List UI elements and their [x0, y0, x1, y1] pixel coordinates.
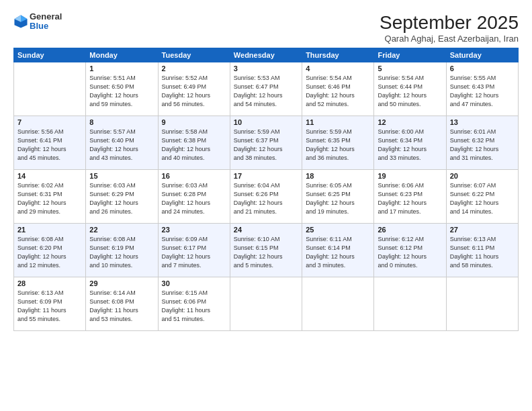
- table-row: 21Sunrise: 6:08 AM Sunset: 6:20 PM Dayli…: [14, 224, 86, 277]
- day-number: 14: [17, 172, 82, 180]
- cell-info: Sunrise: 6:09 AM Sunset: 6:17 PM Dayligh…: [162, 235, 226, 270]
- table-row: 28Sunrise: 6:13 AM Sunset: 6:09 PM Dayli…: [14, 277, 86, 331]
- table-row: 4Sunrise: 5:54 AM Sunset: 6:46 PM Daylig…: [302, 62, 374, 116]
- calendar-week-row: 28Sunrise: 6:13 AM Sunset: 6:09 PM Dayli…: [14, 277, 519, 331]
- day-number: 30: [162, 279, 226, 287]
- table-row: [446, 277, 518, 331]
- day-number: 22: [89, 226, 154, 234]
- table-row: 3Sunrise: 5:53 AM Sunset: 6:47 PM Daylig…: [230, 62, 302, 116]
- table-row: 2Sunrise: 5:52 AM Sunset: 6:49 PM Daylig…: [158, 62, 230, 116]
- table-row: [14, 62, 86, 116]
- logo-icon: [13, 14, 28, 29]
- header: General Blue September 2025 Qarah Aghaj,…: [13, 12, 519, 44]
- cell-info: Sunrise: 6:03 AM Sunset: 6:28 PM Dayligh…: [162, 181, 226, 216]
- day-number: 2: [162, 64, 226, 73]
- day-number: 19: [378, 172, 442, 180]
- col-wednesday: Wednesday: [230, 48, 302, 62]
- cell-info: Sunrise: 5:58 AM Sunset: 6:38 PM Dayligh…: [162, 128, 226, 163]
- cell-info: Sunrise: 6:12 AM Sunset: 6:12 PM Dayligh…: [378, 235, 442, 270]
- day-number: 18: [306, 172, 370, 180]
- cell-info: Sunrise: 6:08 AM Sunset: 6:19 PM Dayligh…: [89, 235, 154, 270]
- logo-text: General Blue: [30, 12, 62, 32]
- table-row: 11Sunrise: 5:59 AM Sunset: 6:35 PM Dayli…: [302, 116, 374, 170]
- table-row: 9Sunrise: 5:58 AM Sunset: 6:38 PM Daylig…: [158, 116, 230, 170]
- day-number: 8: [89, 118, 154, 126]
- cell-info: Sunrise: 6:08 AM Sunset: 6:20 PM Dayligh…: [17, 235, 82, 270]
- day-number: 26: [378, 226, 442, 234]
- day-number: 17: [234, 172, 298, 180]
- day-number: 16: [162, 172, 226, 180]
- table-row: 29Sunrise: 6:14 AM Sunset: 6:08 PM Dayli…: [86, 277, 158, 331]
- calendar-table: Sunday Monday Tuesday Wednesday Thursday…: [13, 48, 519, 331]
- cell-info: Sunrise: 6:06 AM Sunset: 6:23 PM Dayligh…: [378, 181, 442, 216]
- table-row: 5Sunrise: 5:54 AM Sunset: 6:44 PM Daylig…: [374, 62, 446, 116]
- cell-info: Sunrise: 5:54 AM Sunset: 6:46 PM Dayligh…: [306, 74, 370, 109]
- table-row: 25Sunrise: 6:11 AM Sunset: 6:14 PM Dayli…: [302, 224, 374, 277]
- day-number: 15: [89, 172, 154, 180]
- cell-info: Sunrise: 6:15 AM Sunset: 6:06 PM Dayligh…: [162, 289, 226, 324]
- table-row: 12Sunrise: 6:00 AM Sunset: 6:34 PM Dayli…: [374, 116, 446, 170]
- table-row: [374, 277, 446, 331]
- location-subtitle: Qarah Aghaj, East Azerbaijan, Iran: [380, 34, 519, 44]
- table-row: 16Sunrise: 6:03 AM Sunset: 6:28 PM Dayli…: [158, 170, 230, 224]
- logo-blue: Blue: [30, 21, 62, 31]
- logo-general: General: [30, 12, 62, 21]
- table-row: 19Sunrise: 6:06 AM Sunset: 6:23 PM Dayli…: [374, 170, 446, 224]
- cell-info: Sunrise: 6:02 AM Sunset: 6:31 PM Dayligh…: [17, 181, 82, 216]
- cell-info: Sunrise: 6:14 AM Sunset: 6:08 PM Dayligh…: [89, 289, 154, 324]
- cell-info: Sunrise: 5:56 AM Sunset: 6:41 PM Dayligh…: [17, 128, 82, 163]
- calendar-week-row: 21Sunrise: 6:08 AM Sunset: 6:20 PM Dayli…: [14, 224, 519, 277]
- table-row: [302, 277, 374, 331]
- day-number: 12: [378, 118, 442, 126]
- page: General Blue September 2025 Qarah Aghaj,…: [0, 0, 532, 411]
- table-row: 20Sunrise: 6:07 AM Sunset: 6:22 PM Dayli…: [446, 170, 518, 224]
- logo: General Blue: [13, 12, 62, 32]
- day-number: 1: [89, 64, 154, 73]
- cell-info: Sunrise: 6:13 AM Sunset: 6:09 PM Dayligh…: [17, 289, 82, 324]
- table-row: 22Sunrise: 6:08 AM Sunset: 6:19 PM Dayli…: [86, 224, 158, 277]
- cell-info: Sunrise: 6:07 AM Sunset: 6:22 PM Dayligh…: [450, 181, 515, 216]
- cell-info: Sunrise: 5:59 AM Sunset: 6:37 PM Dayligh…: [234, 128, 298, 163]
- day-number: 6: [450, 64, 515, 73]
- cell-info: Sunrise: 5:57 AM Sunset: 6:40 PM Dayligh…: [89, 128, 154, 163]
- cell-info: Sunrise: 5:51 AM Sunset: 6:50 PM Dayligh…: [89, 74, 154, 109]
- day-number: 3: [234, 64, 298, 73]
- day-number: 27: [450, 226, 515, 234]
- title-block: September 2025 Qarah Aghaj, East Azerbai…: [380, 12, 519, 44]
- col-monday: Monday: [86, 48, 158, 62]
- cell-info: Sunrise: 6:01 AM Sunset: 6:32 PM Dayligh…: [450, 128, 515, 163]
- day-number: 28: [17, 279, 82, 287]
- col-saturday: Saturday: [446, 48, 518, 62]
- table-row: 27Sunrise: 6:13 AM Sunset: 6:11 PM Dayli…: [446, 224, 518, 277]
- day-number: 5: [378, 64, 442, 73]
- day-number: 29: [89, 279, 154, 287]
- table-row: 14Sunrise: 6:02 AM Sunset: 6:31 PM Dayli…: [14, 170, 86, 224]
- table-row: [230, 277, 302, 331]
- calendar-week-row: 1Sunrise: 5:51 AM Sunset: 6:50 PM Daylig…: [14, 62, 519, 116]
- table-row: 17Sunrise: 6:04 AM Sunset: 6:26 PM Dayli…: [230, 170, 302, 224]
- table-row: 15Sunrise: 6:03 AM Sunset: 6:29 PM Dayli…: [86, 170, 158, 224]
- day-number: 24: [234, 226, 298, 234]
- cell-info: Sunrise: 6:13 AM Sunset: 6:11 PM Dayligh…: [450, 235, 515, 270]
- cell-info: Sunrise: 6:00 AM Sunset: 6:34 PM Dayligh…: [378, 128, 442, 163]
- table-row: 24Sunrise: 6:10 AM Sunset: 6:15 PM Dayli…: [230, 224, 302, 277]
- day-number: 9: [162, 118, 226, 126]
- col-thursday: Thursday: [302, 48, 374, 62]
- day-number: 23: [162, 226, 226, 234]
- table-row: 18Sunrise: 6:05 AM Sunset: 6:25 PM Dayli…: [302, 170, 374, 224]
- table-row: 8Sunrise: 5:57 AM Sunset: 6:40 PM Daylig…: [86, 116, 158, 170]
- table-row: 1Sunrise: 5:51 AM Sunset: 6:50 PM Daylig…: [86, 62, 158, 116]
- table-row: 6Sunrise: 5:55 AM Sunset: 6:43 PM Daylig…: [446, 62, 518, 116]
- calendar-header-row: Sunday Monday Tuesday Wednesday Thursday…: [14, 48, 519, 62]
- day-number: 25: [306, 226, 370, 234]
- month-year-title: September 2025: [380, 12, 519, 34]
- day-number: 10: [234, 118, 298, 126]
- day-number: 20: [450, 172, 515, 180]
- col-tuesday: Tuesday: [158, 48, 230, 62]
- day-number: 7: [17, 118, 82, 126]
- col-sunday: Sunday: [14, 48, 86, 62]
- cell-info: Sunrise: 5:53 AM Sunset: 6:47 PM Dayligh…: [234, 74, 298, 109]
- cell-info: Sunrise: 5:55 AM Sunset: 6:43 PM Dayligh…: [450, 74, 515, 109]
- cell-info: Sunrise: 6:11 AM Sunset: 6:14 PM Dayligh…: [306, 235, 370, 270]
- day-number: 11: [306, 118, 370, 126]
